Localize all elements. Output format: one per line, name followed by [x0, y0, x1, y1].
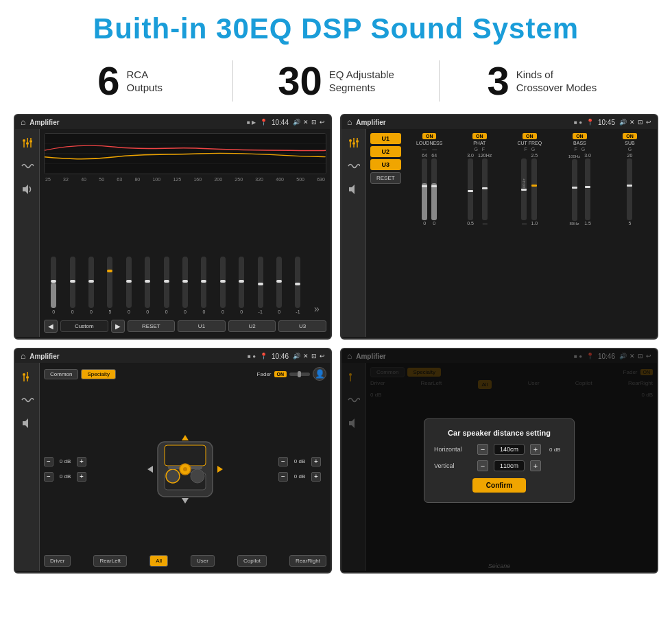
eq-icon-cx[interactable]	[346, 134, 362, 151]
u3-preset[interactable]: U3	[370, 159, 401, 170]
cutfreq-on[interactable]: ON	[523, 133, 537, 139]
screens-grid: ⌂ Amplifier ■ ▶ 📍 10:44 🔊 ✕ ⊡ ↩	[0, 114, 672, 580]
window-icon-eq[interactable]: ⊡	[311, 119, 317, 126]
minus-rl[interactable]: −	[44, 472, 53, 482]
eq-icon[interactable]	[19, 134, 36, 151]
status-bar-eq: ⌂ Amplifier ■ ▶ 📍 10:44 🔊 ✕ ⊡ ↩	[15, 115, 331, 129]
plus-fl[interactable]: +	[77, 457, 86, 466]
stat-label-eq: EQ Adjustable Segments	[329, 68, 394, 95]
wave-icon-cx[interactable]	[346, 158, 362, 174]
copilot-btn[interactable]: Copilot	[237, 555, 267, 567]
driver-btn[interactable]: Driver	[44, 555, 71, 567]
eq-slider-8[interactable]: 0	[195, 257, 212, 314]
location-icon-sp: 📍	[260, 353, 267, 359]
eq-val-9: 0	[221, 309, 224, 314]
tab-common[interactable]: Common	[44, 369, 78, 379]
minus-horiz[interactable]: −	[477, 444, 488, 455]
db-control-fl: − 0 dB +	[44, 457, 92, 466]
back-icon-sp[interactable]: ↩	[320, 353, 325, 359]
plus-rl[interactable]: +	[77, 472, 86, 482]
u3-btn[interactable]: U3	[278, 320, 326, 332]
u2-preset[interactable]: U2	[370, 146, 401, 157]
close-icon-eq[interactable]: ✕	[303, 119, 309, 126]
eq-slider-0[interactable]: 0	[45, 257, 62, 314]
u2-btn[interactable]: U2	[228, 320, 276, 332]
all-btn[interactable]: All	[149, 555, 168, 567]
eq-icon-sp[interactable]	[19, 368, 36, 385]
time-sp: 10:46	[272, 353, 289, 360]
svg-marker-35	[182, 498, 189, 504]
eq-slider-7[interactable]: 0	[177, 257, 193, 314]
phat-label: PHAT	[473, 141, 485, 145]
prev-btn[interactable]: ◀	[44, 320, 58, 333]
rearleft-btn[interactable]: RearLeft	[93, 555, 127, 567]
home-icon-eq[interactable]: ⌂	[21, 117, 25, 127]
plus-horiz[interactable]: +	[530, 444, 541, 455]
eq-slider-4[interactable]: 0	[121, 257, 137, 314]
rearright-btn[interactable]: RearRight	[289, 555, 326, 567]
loudness-label: LOUDNESS	[416, 141, 443, 145]
minus-rr[interactable]: −	[278, 472, 288, 482]
channel-phat: ON PHAT G F 3.0 0.5	[457, 133, 503, 226]
minus-vert[interactable]: −	[477, 460, 488, 471]
eq-sliders[interactable]: 0 0 0 5 0	[44, 185, 326, 317]
location-icon-cx: 📍	[586, 119, 594, 126]
eq-slider-3[interactable]: 5	[101, 257, 118, 314]
record-icon-cx: ■ ●	[574, 119, 582, 126]
eq-expand-icon[interactable]: »	[309, 303, 325, 314]
speaker-icon-cx[interactable]	[346, 181, 362, 198]
phat-on[interactable]: ON	[472, 133, 487, 139]
screen-dialog: ⌂ Amplifier ■ ● 📍 10:46 🔊 ✕ ⊡ ↩	[340, 348, 658, 574]
next-btn[interactable]: ▶	[111, 320, 125, 333]
back-icon-cx[interactable]: ↩	[646, 119, 651, 126]
wave-icon[interactable]	[19, 158, 36, 174]
plus-rr[interactable]: +	[311, 472, 321, 482]
bass-on[interactable]: ON	[573, 133, 587, 139]
back-icon-eq[interactable]: ↩	[320, 119, 325, 126]
svg-point-39	[183, 467, 187, 471]
screen-content-eq: 253240506380100125160200250320400500630 …	[15, 129, 331, 337]
db-val-rl: 0 dB	[56, 473, 75, 480]
record-icons-sp: ■ ●	[248, 353, 256, 359]
wave-icon-sp[interactable]	[19, 392, 36, 408]
eq-slider-10[interactable]: 0	[233, 257, 250, 314]
minus-fr[interactable]: −	[278, 457, 288, 466]
close-icon-sp[interactable]: ✕	[303, 353, 309, 359]
eq-slider-12[interactable]: 0	[271, 257, 287, 314]
reset-btn[interactable]: RESET	[128, 320, 176, 332]
sub-label: SUB	[625, 141, 634, 145]
user-btn[interactable]: User	[191, 555, 215, 567]
close-icon-cx[interactable]: ✕	[629, 119, 635, 126]
profile-icon[interactable]: 👤	[313, 367, 326, 381]
fader-on[interactable]: ON	[274, 371, 287, 377]
tab-specialty[interactable]: Specialty	[81, 369, 115, 379]
svg-marker-8	[23, 185, 28, 194]
svg-point-0	[23, 139, 25, 142]
reset-cx[interactable]: RESET	[370, 172, 401, 184]
eq-slider-5[interactable]: 0	[139, 257, 156, 314]
eq-slider-9[interactable]: 0	[215, 257, 231, 314]
window-icon-sp[interactable]: ⊡	[311, 353, 317, 359]
confirm-button[interactable]: Confirm	[472, 478, 526, 493]
u1-btn[interactable]: U1	[178, 320, 226, 332]
eq-slider-11[interactable]: -1	[252, 257, 268, 314]
eq-slider-6[interactable]: 0	[158, 257, 174, 314]
window-icon-cx[interactable]: ⊡	[638, 119, 643, 126]
speaker-icon[interactable]	[19, 181, 36, 198]
plus-vert[interactable]: +	[530, 460, 541, 471]
eq-slider-13[interactable]: -1	[289, 257, 306, 314]
u1-preset[interactable]: U1	[370, 133, 401, 144]
loudness-on[interactable]: ON	[422, 133, 437, 139]
home-icon-cx[interactable]: ⌂	[347, 117, 352, 127]
eq-slider-1[interactable]: 0	[64, 257, 80, 314]
plus-fr[interactable]: +	[311, 457, 321, 466]
vol-icon-eq: 🔊	[293, 119, 300, 126]
eq-slider-2[interactable]: 0	[83, 257, 99, 314]
main-title: Buith-in 30EQ DSP Sound System	[0, 0, 672, 52]
stat-crossover: 3 Kinds of Crossover Modes	[440, 61, 645, 101]
home-icon-sp[interactable]: ⌂	[21, 351, 25, 361]
speaker-icon-sp[interactable]	[19, 415, 36, 432]
minus-fl[interactable]: −	[44, 457, 53, 466]
sub-on[interactable]: ON	[623, 133, 637, 139]
screen-eq: ⌂ Amplifier ■ ▶ 📍 10:44 🔊 ✕ ⊡ ↩	[14, 114, 332, 340]
